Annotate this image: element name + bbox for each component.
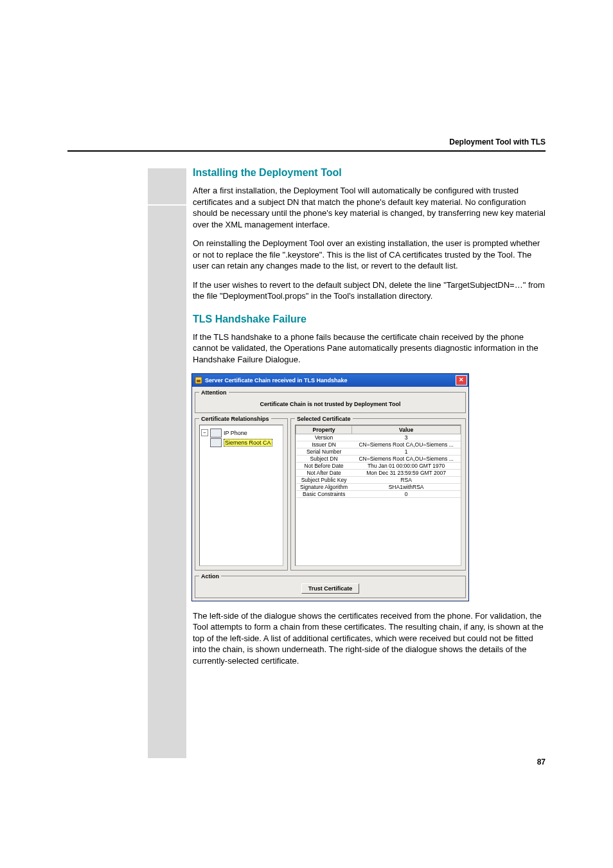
table-row[interactable]: Basic Constraints0 bbox=[296, 490, 461, 497]
heading-tls: TLS Handshake Failure bbox=[193, 314, 546, 325]
table-row[interactable]: Signature AlgorithmSHA1withRSA bbox=[296, 483, 461, 490]
dialog-titlebar[interactable]: Server Certificate Chain received in TLS… bbox=[192, 374, 468, 387]
property-cell: Not Before Date bbox=[296, 462, 352, 469]
body-text: If the TLS handshake to a phone fails be… bbox=[193, 332, 546, 366]
col-property[interactable]: Property bbox=[296, 425, 352, 434]
heading-installing: Installing the Deployment Tool bbox=[193, 167, 546, 179]
body-text: If the user wishes to revert to the defa… bbox=[193, 279, 546, 302]
relationships-legend: Certificate Relationships bbox=[199, 416, 271, 422]
body-text: The left-side of the dialogue shows the … bbox=[193, 610, 546, 667]
dialog-title: Server Certificate Chain received in TLS… bbox=[205, 377, 348, 384]
body-text: After a first installation, the Deployme… bbox=[193, 185, 546, 230]
tree-root-label: IP Phone bbox=[224, 430, 247, 436]
certificate-tree[interactable]: − IP Phone Siemens Root CA bbox=[199, 425, 283, 566]
table-row[interactable]: Subject Public KeyRSA bbox=[296, 476, 461, 483]
margin-shade bbox=[148, 168, 186, 204]
value-cell: 1 bbox=[352, 448, 461, 455]
tree-collapse-icon[interactable]: − bbox=[201, 429, 208, 436]
attention-group: Attention Certificate Chain is not trust… bbox=[195, 389, 466, 413]
trust-certificate-button[interactable]: Trust Certificate bbox=[301, 583, 360, 594]
selected-cert-group: Selected Certificate Property Value Vers… bbox=[290, 416, 466, 571]
certificate-icon bbox=[210, 438, 222, 447]
running-header: Deployment Tool with TLS bbox=[449, 137, 546, 146]
selected-cert-legend: Selected Certificate bbox=[295, 416, 353, 422]
header-rule bbox=[67, 150, 546, 152]
table-row[interactable]: Not After DateMon Dec 31 23:59:59 GMT 20… bbox=[296, 469, 461, 476]
handshake-failure-dialog: Server Certificate Chain received in TLS… bbox=[191, 373, 469, 601]
col-value[interactable]: Value bbox=[352, 425, 461, 434]
svg-rect-1 bbox=[197, 380, 200, 382]
property-cell: Signature Algorithm bbox=[296, 483, 352, 490]
property-cell: Serial Number bbox=[296, 448, 352, 455]
tree-root-row[interactable]: − IP Phone bbox=[201, 429, 281, 438]
certificate-table: Property Value Version3Issuer DNCN=Sieme… bbox=[296, 425, 461, 498]
value-cell: SHA1withRSA bbox=[352, 483, 461, 490]
property-cell: Subject Public Key bbox=[296, 476, 352, 483]
value-cell: 0 bbox=[352, 490, 461, 497]
table-row[interactable]: Serial Number1 bbox=[296, 448, 461, 455]
property-cell: Not After Date bbox=[296, 469, 352, 476]
body-text: On reinstalling the Deployment Tool over… bbox=[193, 238, 546, 272]
property-cell: Issuer DN bbox=[296, 441, 352, 448]
table-row[interactable]: Subject DNCN=Siemens Root CA,OU=Siemens … bbox=[296, 455, 461, 462]
value-cell: CN=Siemens Root CA,OU=Siemens ... bbox=[352, 455, 461, 462]
relationships-group: Certificate Relationships − IP Phone Sie… bbox=[195, 416, 288, 571]
margin-shade bbox=[148, 206, 186, 758]
value-cell: Thu Jan 01 00:00:00 GMT 1970 bbox=[352, 462, 461, 469]
value-cell: RSA bbox=[352, 476, 461, 483]
action-legend: Action bbox=[199, 573, 221, 580]
close-icon[interactable]: ✕ bbox=[456, 375, 467, 385]
property-cell: Basic Constraints bbox=[296, 490, 352, 497]
certificate-icon bbox=[210, 429, 222, 438]
attention-legend: Attention bbox=[199, 389, 229, 396]
page-number: 87 bbox=[537, 757, 546, 766]
certificate-table-wrap: Property Value Version3Issuer DNCN=Sieme… bbox=[295, 425, 461, 566]
property-cell: Version bbox=[296, 434, 352, 441]
value-cell: 3 bbox=[352, 434, 461, 441]
table-row[interactable]: Version3 bbox=[296, 434, 461, 441]
app-icon bbox=[195, 376, 202, 384]
table-row[interactable]: Not Before DateThu Jan 01 00:00:00 GMT 1… bbox=[296, 462, 461, 469]
value-cell: CN=Siemens Root CA,OU=Siemens ... bbox=[352, 441, 461, 448]
property-cell: Subject DN bbox=[296, 455, 352, 462]
value-cell: Mon Dec 31 23:59:59 GMT 2007 bbox=[352, 469, 461, 476]
action-group: Action Trust Certificate bbox=[195, 573, 466, 598]
tree-child-label: Siemens Root CA bbox=[224, 439, 272, 447]
tree-child-row[interactable]: Siemens Root CA bbox=[201, 438, 281, 447]
table-row[interactable]: Issuer DNCN=Siemens Root CA,OU=Siemens .… bbox=[296, 441, 461, 448]
attention-message: Certificate Chain is not trusted by Depl… bbox=[199, 401, 461, 407]
